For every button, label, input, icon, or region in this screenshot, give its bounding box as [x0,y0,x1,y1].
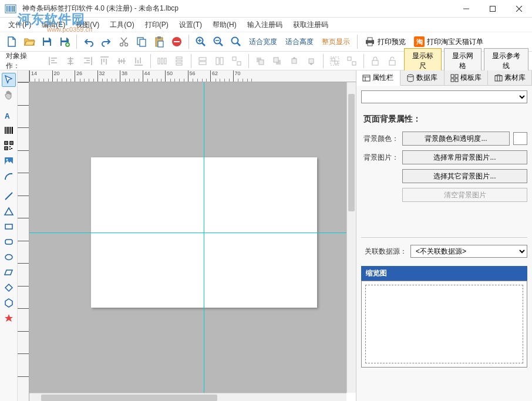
rounded-rect-tool-icon[interactable] [2,235,16,249]
copy-icon[interactable] [133,33,150,50]
image-tool-icon[interactable] [2,154,16,168]
svg-rect-72 [9,146,11,147]
svg-rect-87 [451,79,454,82]
pan-tool-icon[interactable] [2,88,16,102]
barcode-tool-icon[interactable] [2,123,16,137]
ruler-vertical[interactable] [18,82,29,401]
parallelogram-tool-icon[interactable] [2,265,16,279]
svg-rect-40 [199,58,206,60]
tab-properties-label: 属性栏 [372,73,393,83]
show-grid-toggle[interactable]: 显示网格 [444,48,482,74]
canvas-viewport[interactable] [29,82,346,393]
svg-rect-36 [164,58,166,64]
svg-rect-13 [62,38,66,41]
polygon-tool-icon[interactable] [2,296,16,310]
tab-assets[interactable]: 素材库 [488,70,532,85]
print-preview-button[interactable]: 打印预览 [361,35,409,49]
redo-icon[interactable] [98,33,115,50]
menu-file[interactable]: 文件(F) [4,18,36,32]
guide-vertical[interactable] [204,82,204,393]
bg-image-common-button[interactable]: 选择常用背景图片... [402,150,527,164]
tab-properties[interactable]: 属性栏 [356,70,400,86]
zoom-region-icon[interactable] [228,33,244,50]
ellipse-tool-icon[interactable] [2,250,16,264]
arc-tool-icon[interactable] [2,169,16,183]
ruler-horizontal[interactable] [29,70,356,82]
guide-horizontal[interactable] [29,232,346,233]
menu-print[interactable]: 打印(P) [140,18,173,32]
lock-icon [368,53,383,69]
tab-templates[interactable]: 模板库 [445,70,489,85]
select-tool-icon[interactable] [2,73,16,87]
datasource-label: 关联数据源： [361,247,407,257]
svg-rect-58 [389,60,395,65]
svg-rect-79 [5,240,12,244]
qrcode-tool-icon[interactable] [2,139,16,153]
save-as-icon[interactable] [56,33,73,50]
menu-tools[interactable]: 工具(O) [105,18,139,32]
bg-color-label: 背景颜色： [361,134,399,144]
line-tool-icon[interactable] [2,189,16,203]
bg-color-button[interactable]: 背景颜色和透明度... [402,132,510,146]
app-logo-icon [1,1,20,16]
bg-image-clear-button[interactable]: 清空背景图片 [402,188,527,202]
zoom-out-icon[interactable] [210,33,227,50]
menu-edit[interactable]: 编辑(E) [37,18,70,32]
cut-icon[interactable] [116,33,132,50]
close-button[interactable] [506,0,532,18]
menubar: 文件(F) 编辑(E) 视图(V) 工具(O) 打印(P) 设置(T) 帮助(H… [0,18,532,32]
bg-image-other-button[interactable]: 选择其它背景图片... [402,169,527,183]
svg-rect-41 [199,62,206,65]
delete-icon[interactable] [169,33,185,50]
menu-help[interactable]: 帮助(H) [208,18,241,32]
svg-rect-85 [451,75,454,77]
scrollbar-vertical[interactable] [346,82,356,393]
print-taobao-button[interactable]: 淘 打印淘宝天猫订单 [410,35,487,49]
svg-rect-51 [309,59,314,63]
svg-rect-6 [14,6,15,12]
undo-icon[interactable] [80,33,97,50]
svg-rect-44 [233,57,236,60]
svg-rect-53 [332,58,335,61]
save-icon[interactable] [39,33,55,50]
fit-page-link[interactable]: 整页显示 [318,35,353,49]
triangle-tool-icon[interactable] [2,204,16,218]
maximize-button[interactable] [479,0,506,18]
open-file-icon[interactable] [21,33,38,50]
bring-front-icon [252,53,268,69]
fit-width-link[interactable]: 适合宽度 [245,35,281,49]
properties-icon [362,74,371,82]
object-selector-dropdown[interactable] [361,90,527,103]
show-guides-toggle[interactable]: 显示参考线 [484,48,528,74]
svg-rect-34 [158,58,160,64]
bg-color-swatch[interactable] [513,132,527,145]
tab-assets-label: 素材库 [504,73,526,83]
fit-height-link[interactable]: 适合高度 [282,35,317,49]
menu-view[interactable]: 视图(V) [71,18,104,32]
menu-get-regcode[interactable]: 获取注册码 [288,18,333,32]
svg-rect-22 [158,41,163,47]
minimize-button[interactable] [453,0,479,18]
tab-database[interactable]: 数据库 [400,70,445,85]
svg-rect-86 [455,75,458,77]
diamond-tool-icon[interactable] [2,281,16,295]
tab-database-label: 数据库 [416,73,437,83]
database-icon [406,74,415,82]
datasource-select[interactable]: <不关联数据源> [410,245,527,258]
svg-rect-37 [176,57,182,59]
svg-rect-50 [292,59,297,63]
menu-settings[interactable]: 设置(T) [174,18,207,32]
scrollbar-horizontal[interactable] [29,393,346,401]
text-tool-icon[interactable]: A [2,108,16,122]
star-tool-icon[interactable] [2,311,16,325]
paste-icon[interactable] [151,33,167,50]
menu-enter-regcode[interactable]: 输入注册码 [243,18,287,32]
properties-panel: 属性栏 数据库 模板库 素材库 页面背景属性： 背景颜色： 背景颜色和透明度..… [356,70,532,401]
show-ruler-toggle[interactable]: 显示标尺 [404,48,442,74]
svg-rect-4 [11,6,12,12]
new-file-icon[interactable] [4,33,20,50]
align-right-icon [80,53,96,69]
rectangle-tool-icon[interactable] [2,220,16,234]
group-icon [327,53,343,69]
zoom-in-icon[interactable] [193,33,209,50]
